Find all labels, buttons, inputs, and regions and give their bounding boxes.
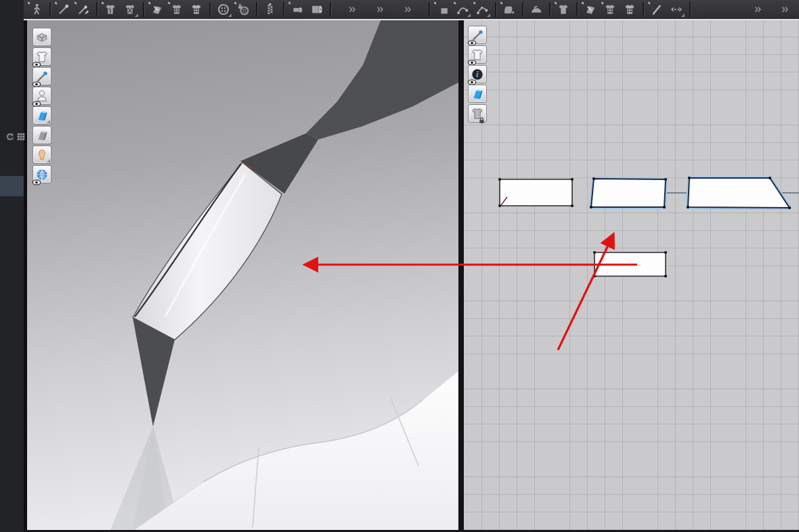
eye-icon [32,98,41,106]
eye-icon [467,57,477,64]
eye-icon [467,76,477,84]
garment-3d-render [27,19,458,530]
pattern-corner-point[interactable] [664,178,667,181]
render-style-button[interactable] [33,28,51,46]
zipper-icon[interactable] [261,1,279,18]
show-garment-2d-button[interactable] [468,45,487,64]
viewport-3d-toolbar [33,28,51,183]
dart-icon[interactable] [102,1,119,18]
pattern-corner-point[interactable] [769,177,771,179]
segment-sew-icon[interactable] [148,1,166,18]
toolbar-group-7 [284,0,330,19]
mn-sew-2d-icon[interactable] [621,1,639,18]
toolbar-group-5 [211,0,256,19]
panel-divider[interactable] [458,19,464,530]
eye-icon [467,37,477,45]
pattern-corner-point[interactable] [498,178,501,181]
toolbar-group-11 [523,0,549,19]
left-rail [0,0,24,532]
panel-top-border [24,19,799,20]
main-toolbar [24,0,799,19]
show-pattern-blue-button[interactable] [33,106,51,125]
pattern-piece-4[interactable] [595,252,666,276]
free-sew-icon[interactable] [168,1,186,18]
toolbar-group-14 [644,0,689,19]
pattern-corner-point[interactable] [592,177,595,180]
toolbar-group-6 [257,0,283,19]
pattern-corner-point[interactable] [688,177,691,179]
toolbar-group-13 [578,0,643,19]
buttonhole-icon[interactable] [234,1,252,18]
show-avatar-button[interactable] [33,87,51,105]
toolbar-group-12 [550,0,576,19]
viewport-3d[interactable] [24,19,458,530]
show-pin-3d-button[interactable] [33,67,51,85]
dart-edit-icon[interactable] [121,1,139,18]
show-pin-2d-button[interactable] [468,26,487,44]
pattern-corner-point[interactable] [571,204,574,207]
iron-icon[interactable] [527,1,545,18]
pattern-corner-point[interactable] [687,206,689,208]
toolbar-group-15 [745,0,799,19]
rail-icon-group [6,133,25,141]
pattern-corner-point[interactable] [590,206,592,208]
expander-1-icon[interactable] [343,1,361,18]
show-garment-3d-button[interactable] [33,47,51,66]
expander-3-icon[interactable] [399,1,416,18]
show-pattern-2d-button[interactable] [468,85,487,103]
fabric-roll-icon[interactable] [308,1,326,18]
eye-icon [32,177,41,184]
viewport-2d-toolbar: i [468,26,487,123]
grid-view-icon[interactable] [17,133,25,141]
edit-curve-icon[interactable] [454,1,471,18]
pattern-corner-point[interactable] [664,275,667,278]
pin-icon[interactable] [55,1,72,18]
expander-5-icon[interactable] [776,1,794,18]
toolbar-separator [689,2,691,17]
segment-sew-2d-icon[interactable] [582,1,599,18]
walk-avatar-icon[interactable] [28,1,45,18]
pattern-layer [464,19,799,530]
button-icon[interactable] [215,1,232,18]
eye-icon [32,79,41,86]
sewing-machine-icon[interactable] [500,1,518,18]
library-selected-row[interactable] [0,176,24,196]
transform-pattern-icon[interactable] [434,1,452,18]
toolbar-group-2 [51,0,96,19]
pin-sew-icon[interactable] [74,1,92,18]
toolbar-group-8 [331,0,429,19]
pattern-corner-point[interactable] [593,251,596,254]
toolbar-group-10 [496,0,522,19]
mn-sew-icon[interactable] [188,1,205,18]
show-pattern-gray-button[interactable] [33,126,51,144]
pattern-piece-1[interactable] [500,179,572,206]
pen-line-icon[interactable] [648,1,666,18]
toolbar-group-1 [24,0,49,19]
free-sew-2d-icon[interactable] [601,1,619,18]
edit-curvature-icon[interactable] [473,1,491,18]
eye-icon [32,59,41,66]
toolbar-group-9 [430,0,495,19]
environment-globe-button[interactable] [33,165,51,183]
garment-shirt-icon[interactable] [555,1,572,18]
lock-icon [478,114,485,122]
toolbar-group-4 [144,0,209,19]
fabric-strip-icon[interactable] [288,1,306,18]
pattern-corner-point[interactable] [593,275,596,278]
pattern-corner-point[interactable] [571,178,574,181]
expander-4-icon[interactable] [749,1,766,18]
locked-pattern-button[interactable] [468,104,487,123]
pattern-corner-point[interactable] [788,206,791,209]
measure-icon[interactable] [668,1,685,18]
avatar-display-button[interactable] [33,146,51,164]
pattern-piece-2[interactable] [591,179,666,207]
refresh-icon[interactable] [6,133,14,141]
toolbar-group-3 [98,0,143,19]
pattern-corner-point[interactable] [664,251,667,254]
show-info-button[interactable]: i [468,65,487,83]
pattern-corner-point[interactable] [663,206,666,208]
viewport-2d[interactable]: i [464,19,799,530]
expander-2-icon[interactable] [371,1,389,18]
